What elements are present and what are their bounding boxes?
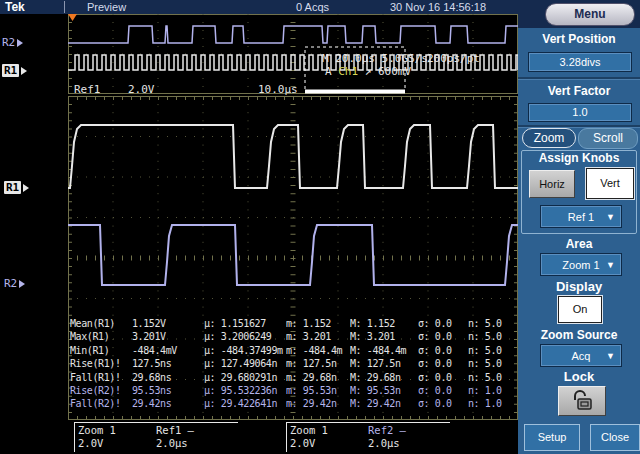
zoom1-ref2-readout: Zoom 1 2.0V Ref2 — 2.0µs bbox=[286, 422, 450, 452]
acquisition-count: 0 Acqs bbox=[296, 1, 329, 13]
lock-label: Lock bbox=[518, 369, 640, 384]
measurement-row: Fall(R1)!29.68nsµ: 29.680291nm: 29.68nM:… bbox=[70, 372, 518, 385]
sidebar-divider bbox=[518, 77, 640, 80]
tab-zoom[interactable]: Zoom bbox=[522, 128, 576, 148]
trigger-position-marker[interactable] bbox=[68, 14, 77, 21]
measurement-row: Max(R1)3.201Vµ: 3.2006249m: 3.201M: 3.20… bbox=[70, 331, 518, 344]
zoom-source-dropdown[interactable]: Acq ▼ bbox=[540, 344, 622, 367]
ref2-arrow-icon bbox=[17, 39, 23, 47]
display-on-button[interactable]: On bbox=[558, 296, 602, 323]
ref2-marker-lower: R2 bbox=[4, 277, 25, 290]
lock-button[interactable] bbox=[558, 386, 606, 416]
ref1-scale-readout: Ref1 2.0V 10.0µs bbox=[0, 83, 518, 95]
ref-scale-readout: Ref2 — 2.0µs bbox=[368, 424, 446, 452]
area-dropdown[interactable]: Zoom 1 ▼ bbox=[540, 253, 622, 276]
ref1-arrow-icon bbox=[23, 184, 29, 192]
close-button[interactable]: Close bbox=[590, 424, 640, 451]
chevron-down-icon: ▼ bbox=[606, 260, 615, 270]
vert-factor-label: Vert Factor bbox=[518, 84, 640, 98]
vert-position-label: Vert Position bbox=[518, 32, 640, 46]
measurement-row: Rise(R2)!95.53nsµ: 95.532236nm: 95.53nM:… bbox=[70, 385, 518, 398]
ref1-marker-lower: R1 bbox=[4, 181, 29, 194]
measurement-row: Fall(R2)!29.42nsµ: 29.422641nm: 29.42nM:… bbox=[70, 398, 518, 411]
zoom-scale-readout: Zoom 1 2.0V bbox=[290, 424, 368, 452]
assign-vert-button[interactable]: Vert bbox=[586, 168, 634, 199]
chevron-down-icon: ▼ bbox=[606, 351, 615, 361]
topbar-divider bbox=[64, 1, 65, 13]
assign-ref-dropdown[interactable]: Ref 1 ▼ bbox=[540, 205, 622, 228]
vert-position-value[interactable]: 3.28divs bbox=[528, 52, 632, 72]
ref-scale-readout: Ref1 — 2.0µs bbox=[156, 424, 234, 452]
oscilloscope-screen: Tek Preview 0 Acqs 30 Nov 16 14:56:18 R2… bbox=[0, 0, 640, 454]
measurement-row: Min(R1)-484.4mVµ: -484.37499mm: -484.4mM… bbox=[70, 345, 518, 358]
ref2-source-trace bbox=[68, 26, 518, 43]
area-label: Area bbox=[518, 237, 640, 251]
vert-factor-value[interactable]: 1.0 bbox=[528, 103, 632, 122]
chevron-down-icon: ▼ bbox=[606, 212, 615, 222]
trigger-source-label: Ch1 bbox=[338, 65, 358, 78]
zoom-source-label: Zoom Source bbox=[518, 328, 640, 342]
datetime-label: 30 Nov 16 14:56:18 bbox=[390, 1, 486, 13]
setup-button[interactable]: Setup bbox=[524, 424, 580, 451]
display-label: Display bbox=[518, 279, 640, 294]
side-menu-panel: Menu Vert Position 3.28divs Vert Factor … bbox=[518, 0, 640, 454]
assign-knobs-label: Assign Knobs bbox=[518, 151, 640, 165]
measurement-row: Rise(R1)!127.5nsµ: 127.49064nm: 127.5nM:… bbox=[70, 358, 518, 371]
measurement-table: Mean(R1)1.152Vµ: 1.151627m: 1.152M: 1.15… bbox=[70, 318, 518, 412]
ref2-marker-upper: R2 bbox=[2, 36, 23, 49]
acquisition-mode-label: Preview bbox=[87, 1, 126, 13]
rising-edge-icon: ↗ bbox=[365, 65, 372, 78]
assign-horiz-button[interactable]: Horiz bbox=[529, 170, 575, 198]
unlock-icon bbox=[570, 390, 594, 412]
ref2-arrow-icon bbox=[19, 280, 25, 288]
trigger-readout: A Ch1 ↗ 600mV bbox=[325, 65, 411, 78]
zoom1-ref1-readout: Zoom 1 2.0V Ref1 — 2.0µs bbox=[74, 422, 238, 452]
measurement-row: Mean(R1)1.152Vµ: 1.151627m: 1.152M: 1.15… bbox=[70, 318, 518, 331]
ref1-zoom-trace bbox=[68, 125, 518, 188]
zoom-scale-readout: Zoom 1 2.0V bbox=[78, 424, 156, 452]
ref1-arrow-icon bbox=[21, 67, 27, 75]
ref1-marker-upper: R1 bbox=[2, 64, 27, 77]
menu-button[interactable]: Menu bbox=[545, 3, 635, 26]
tab-scroll[interactable]: Scroll bbox=[578, 128, 638, 149]
tek-logo: Tek bbox=[5, 0, 25, 14]
